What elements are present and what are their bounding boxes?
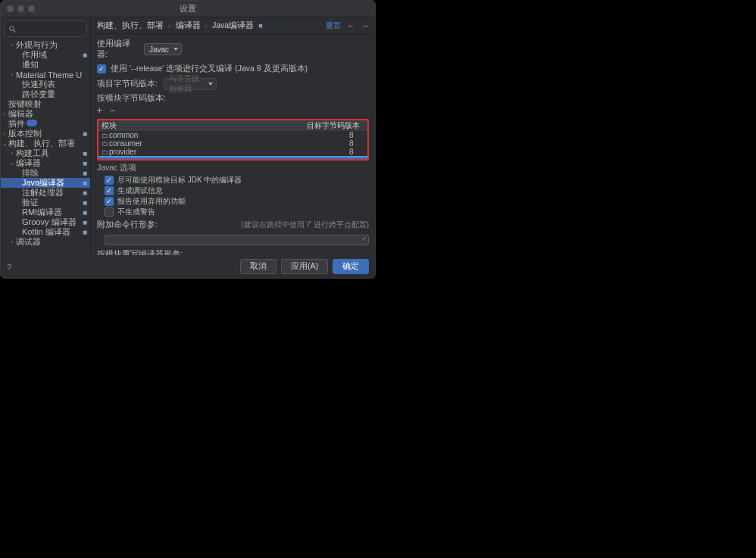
- settings-tree[interactable]: ›外观与行为作用域■通知›Material Theme UI快速列表路径变量按键…: [1, 40, 90, 255]
- ok-button[interactable]: 确定: [333, 259, 369, 274]
- sidebar-item[interactable]: 通知: [1, 60, 90, 70]
- bytecode-table: 模块 目标字节码版本 🗀common8🗀consumer8🗀provider8: [97, 119, 369, 161]
- titlebar: 设置: [1, 1, 375, 17]
- dialog-title: 设置: [1, 3, 375, 14]
- report-deprecation-checkbox[interactable]: ✓: [105, 197, 114, 206]
- folder-icon: 🗀: [102, 148, 109, 156]
- col-target[interactable]: 目标字节码版本: [307, 120, 364, 131]
- svg-line-1: [14, 30, 16, 32]
- breadcrumb-seg[interactable]: 构建、执行、部署: [97, 20, 164, 31]
- remove-module-button[interactable]: −: [110, 105, 115, 116]
- search-icon: [8, 25, 17, 33]
- apply-button[interactable]: 应用(A): [281, 259, 328, 274]
- back-icon[interactable]: ←: [347, 21, 355, 30]
- breadcrumb-seg: Java编译器: [212, 20, 254, 31]
- sidebar-item[interactable]: ›调试器: [1, 237, 90, 247]
- use-module-jdk-checkbox[interactable]: ✓: [105, 176, 114, 185]
- project-bytecode-select[interactable]: 与语言级别相同: [164, 78, 217, 90]
- use-compiler-label: 使用编译器:: [97, 39, 139, 60]
- add-module-button[interactable]: +: [97, 105, 102, 116]
- release-option-label: 使用 '--release' 选项进行交叉编译 (Java 9 及更高版本): [111, 64, 308, 74]
- folder-icon: 🗀: [102, 132, 109, 139]
- cmdline-hint: (建议在路径中使用 '/' 进行跨平台配置): [241, 220, 369, 230]
- per-module-label: 按模块字节码版本:: [97, 93, 369, 104]
- cmdline-label: 附加命令行形参:: [97, 220, 165, 230]
- help-button[interactable]: ?: [7, 263, 11, 272]
- no-warn-checkbox[interactable]: [105, 207, 114, 217]
- reset-button[interactable]: 重置: [326, 20, 341, 31]
- forward-icon[interactable]: →: [361, 21, 370, 30]
- selection-bar: [98, 156, 367, 159]
- cmdline-input[interactable]: ⤢: [105, 235, 369, 245]
- search-input[interactable]: [4, 20, 87, 37]
- override-label: 按模块重写编译器形参:: [97, 249, 369, 255]
- cancel-button[interactable]: 取消: [240, 259, 276, 274]
- project-bytecode-label: 项目字节码版本:: [97, 79, 159, 89]
- table-row[interactable]: 🗀provider8: [98, 148, 367, 156]
- gen-debug-checkbox[interactable]: ✓: [105, 186, 114, 195]
- release-option-checkbox[interactable]: ✓: [97, 64, 106, 73]
- svg-point-0: [10, 26, 14, 30]
- compiler-select[interactable]: Javac: [144, 43, 182, 55]
- breadcrumb-seg[interactable]: 编译器: [176, 20, 201, 31]
- table-row[interactable]: 🗀common8: [98, 131, 367, 139]
- javac-section-label: Javac 选项: [97, 163, 369, 173]
- folder-icon: 🗀: [102, 140, 109, 148]
- col-module[interactable]: 模块: [102, 120, 307, 131]
- breadcrumb: 构建、执行、部署 › 编译器 › Java编译器 ■ 重置 ← →: [91, 17, 375, 34]
- expand-icon[interactable]: ⤢: [361, 235, 367, 242]
- table-row[interactable]: 🗀consumer8: [98, 139, 367, 148]
